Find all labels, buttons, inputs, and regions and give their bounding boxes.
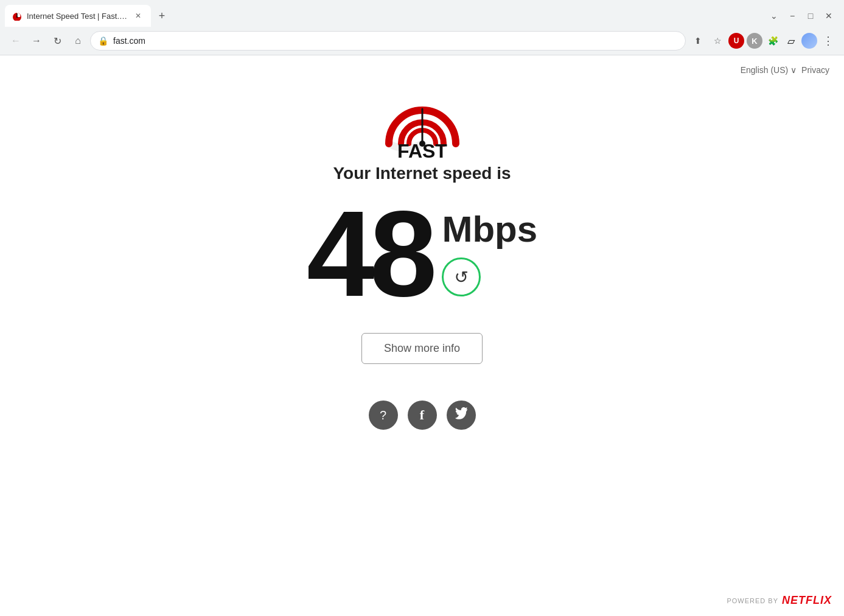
social-icons: ? f: [369, 401, 476, 430]
home-icon: ⌂: [75, 35, 81, 46]
privacy-link[interactable]: Privacy: [801, 65, 829, 75]
facebook-icon: f: [420, 407, 424, 423]
share-icon: ⬆: [694, 36, 702, 46]
menu-dots-icon: ⋮: [823, 34, 834, 47]
reload-page-button[interactable]: ↻: [49, 32, 66, 49]
reload-speed-button[interactable]: ↻: [442, 257, 481, 296]
nav-bar: ← → ↻ ⌂ 🔒 fast.com ⬆ ☆ U K: [0, 27, 844, 55]
extensions-icon[interactable]: 🧩: [765, 33, 781, 49]
home-button[interactable]: ⌂: [69, 32, 86, 49]
speed-value: 48: [307, 193, 432, 315]
tab-close-button[interactable]: ✕: [133, 10, 144, 21]
tab-favicon: [12, 11, 22, 21]
bookmark-icon: ☆: [714, 36, 722, 46]
facebook-button[interactable]: f: [408, 401, 437, 430]
bookmark-button[interactable]: ☆: [709, 32, 726, 49]
minimize-button[interactable]: ⌄: [769, 10, 779, 21]
powered-by-text: POWERED BY: [727, 597, 778, 604]
browser-menu-button[interactable]: ⋮: [820, 32, 837, 49]
avatar-image: [801, 33, 817, 49]
k-extension-icon[interactable]: K: [747, 33, 762, 49]
page-content: English (US) ∨ Privacy FAST Yo: [0, 55, 844, 616]
new-tab-button[interactable]: +: [153, 7, 170, 24]
reload-icon: ↻: [54, 35, 61, 47]
address-bar[interactable]: 🔒 fast.com: [90, 31, 686, 51]
speed-right-panel: Mbps ↻: [442, 211, 537, 296]
language-selector[interactable]: English (US) ∨: [741, 65, 797, 75]
active-tab[interactable]: Internet Speed Test | Fast.com ✕: [5, 5, 151, 27]
forward-button[interactable]: →: [28, 32, 45, 49]
browser-chrome: Internet Speed Test | Fast.com ✕ + ⌄ − □…: [0, 0, 844, 55]
sidebar-toggle-button[interactable]: ▱: [783, 33, 799, 49]
twitter-icon: [455, 407, 468, 424]
help-button[interactable]: ?: [369, 401, 398, 430]
fast-logo: FAST: [374, 74, 471, 159]
back-button[interactable]: ←: [7, 32, 24, 49]
top-right-controls: English (US) ∨ Privacy: [741, 65, 829, 75]
show-more-info-button[interactable]: Show more info: [361, 333, 483, 364]
puzzle-icon: 🧩: [768, 36, 778, 46]
netflix-logo: NETFLIX: [782, 594, 832, 607]
back-icon: ←: [11, 35, 21, 46]
svg-point-2: [16, 16, 18, 18]
title-bar: Internet Speed Test | Fast.com ✕ + ⌄ − □…: [0, 0, 844, 27]
speed-display: 48 Mbps ↻: [307, 193, 537, 315]
address-text: fast.com: [113, 36, 678, 46]
user-avatar[interactable]: [801, 33, 817, 49]
sidebar-icon: ▱: [787, 35, 795, 47]
twitter-button[interactable]: [447, 401, 476, 430]
minimize-window-button[interactable]: −: [787, 10, 798, 21]
powered-by-section: POWERED BY NETFLIX: [727, 594, 832, 607]
help-icon: ?: [380, 408, 386, 422]
speed-unit: Mbps: [442, 211, 537, 248]
maximize-window-button[interactable]: □: [805, 10, 816, 21]
share-button[interactable]: ⬆: [689, 32, 706, 49]
forward-icon: →: [32, 35, 41, 46]
fast-content: FAST Your Internet speed is 48 Mbps ↻ Sh…: [307, 74, 537, 430]
tab-title: Internet Speed Test | Fast.com: [27, 12, 128, 21]
shield-extension-icon[interactable]: U: [728, 33, 744, 49]
reload-speed-icon: ↻: [455, 267, 469, 287]
lock-icon: 🔒: [98, 36, 108, 46]
speed-headline: Your Internet speed is: [333, 164, 511, 183]
close-window-button[interactable]: ✕: [823, 10, 834, 21]
nav-actions: ⬆ ☆ U K 🧩 ▱ ⋮: [689, 32, 837, 49]
svg-text:FAST: FAST: [397, 140, 447, 159]
window-controls: ⌄ − □ ✕: [769, 10, 839, 21]
